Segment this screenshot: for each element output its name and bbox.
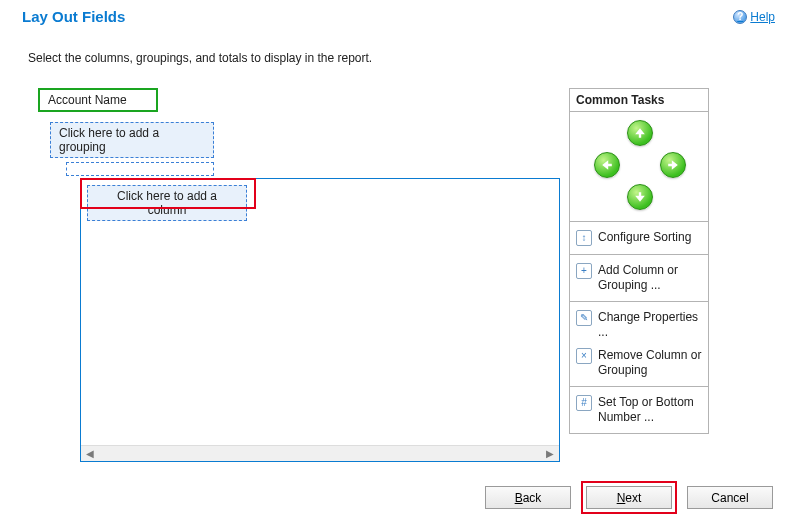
wizard-header: Lay Out Fields ? Help <box>0 0 793 25</box>
common-tasks-panel: Common Tasks ↕ Configure Sorting + Add C… <box>569 88 709 434</box>
help-icon: ? <box>733 10 747 24</box>
remove-column-grouping-label: Remove Column or Grouping <box>598 348 702 378</box>
move-down-button[interactable] <box>627 184 653 210</box>
field-account-name[interactable]: Account Name <box>38 88 158 112</box>
set-top-bottom-item[interactable]: # Set Top or Bottom Number ... <box>570 391 708 429</box>
layout-workspace: Account Name Click here to add a groupin… <box>38 88 558 176</box>
arrow-down-icon <box>634 191 646 203</box>
empty-grouping-row <box>66 162 214 176</box>
change-properties-label: Change Properties ... <box>598 310 702 340</box>
instruction-text: Select the columns, groupings, and total… <box>0 25 793 65</box>
properties-icon: ✎ <box>576 310 592 326</box>
back-button[interactable]: Back <box>485 486 571 509</box>
move-right-button[interactable] <box>660 152 686 178</box>
wizard-footer: Back Next Cancel <box>485 481 773 514</box>
page-title: Lay Out Fields <box>22 8 125 25</box>
next-highlight: Next <box>581 481 677 514</box>
arrow-left-icon <box>601 159 613 171</box>
cancel-button[interactable]: Cancel <box>687 486 773 509</box>
next-button[interactable]: Next <box>586 486 672 509</box>
task-group-topn: # Set Top or Bottom Number ... <box>570 387 708 433</box>
task-group-sort: ↕ Configure Sorting <box>570 222 708 255</box>
configure-sorting-item[interactable]: ↕ Configure Sorting <box>570 226 708 250</box>
arrow-up-icon <box>634 127 646 139</box>
arrow-right-icon <box>667 159 679 171</box>
remove-icon: × <box>576 348 592 364</box>
task-group-add: + Add Column or Grouping ... <box>570 255 708 302</box>
scroll-right-icon[interactable]: ▶ <box>543 448 557 459</box>
grouping-block: Click here to add a grouping <box>50 122 558 176</box>
help-link[interactable]: ? Help <box>733 10 775 24</box>
reorder-arrow-grid <box>570 112 708 222</box>
horizontal-scrollbar[interactable]: ◀ ▶ <box>81 445 559 461</box>
cancel-label: Cancel <box>711 491 748 505</box>
add-column-grouping-item[interactable]: + Add Column or Grouping ... <box>570 259 708 297</box>
columns-canvas: Click here to add a column ◀ ▶ <box>80 178 560 462</box>
next-rest: ext <box>625 491 641 505</box>
scroll-left-icon[interactable]: ◀ <box>83 448 97 459</box>
add-grouping-placeholder[interactable]: Click here to add a grouping <box>50 122 214 158</box>
common-tasks-header: Common Tasks <box>570 89 708 112</box>
configure-sorting-label: Configure Sorting <box>598 230 691 245</box>
add-icon: + <box>576 263 592 279</box>
topn-icon: # <box>576 395 592 411</box>
help-label: Help <box>750 10 775 24</box>
set-top-bottom-label: Set Top or Bottom Number ... <box>598 395 702 425</box>
change-properties-item[interactable]: ✎ Change Properties ... <box>570 306 708 344</box>
move-up-button[interactable] <box>627 120 653 146</box>
move-left-button[interactable] <box>594 152 620 178</box>
back-rest: ack <box>523 491 542 505</box>
remove-column-grouping-item[interactable]: × Remove Column or Grouping <box>570 344 708 382</box>
add-column-grouping-label: Add Column or Grouping ... <box>598 263 702 293</box>
sorting-icon: ↕ <box>576 230 592 246</box>
task-group-edit: ✎ Change Properties ... × Remove Column … <box>570 302 708 387</box>
add-column-placeholder[interactable]: Click here to add a column <box>87 185 247 221</box>
